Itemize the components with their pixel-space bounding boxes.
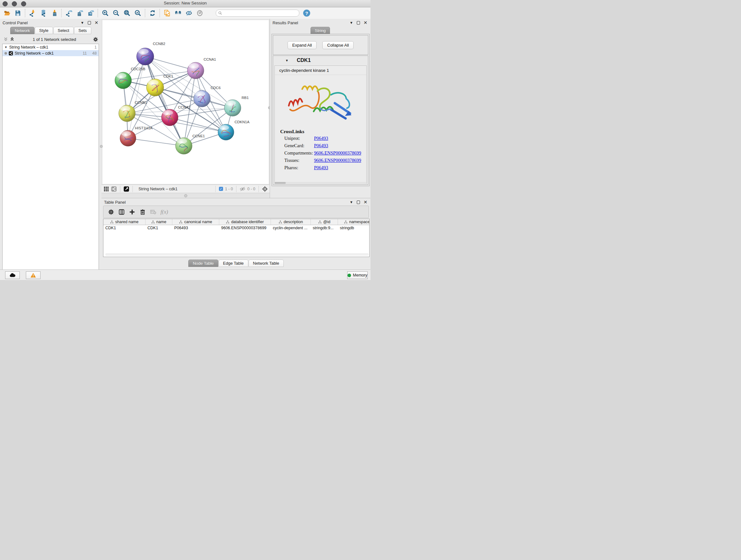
selected-checkbox[interactable]: ✓ <box>219 187 223 191</box>
warnings-button[interactable] <box>26 271 41 279</box>
expand-all-button[interactable]: Expand All <box>287 41 317 49</box>
cell[interactable]: stringdb <box>338 225 369 231</box>
expand-all-icon[interactable] <box>10 37 15 42</box>
zoom-selected-button[interactable] <box>134 9 142 17</box>
node-CCNB2[interactable]: CCNB2 <box>137 42 165 65</box>
cell[interactable]: CDK1 <box>104 225 145 231</box>
cell[interactable]: cyclin-dependent ... <box>271 225 311 231</box>
column-header-canonical-name[interactable]: canonical name <box>172 219 219 225</box>
tab-edge-table[interactable]: Edge Table <box>219 260 248 267</box>
horizontal-splitter[interactable] <box>102 193 270 198</box>
column-header-description[interactable]: description <box>271 219 311 225</box>
clone-network-icon <box>164 10 171 17</box>
node-CCNB1[interactable]: CCNB1 <box>119 101 147 122</box>
export-table-button[interactable] <box>76 9 84 17</box>
help-button[interactable]: ? <box>303 10 310 17</box>
close-panel-icon[interactable]: ✕ <box>363 20 368 25</box>
first-neighbors-button[interactable] <box>174 9 182 17</box>
delete-column-icon[interactable] <box>139 209 146 215</box>
maximize-panel-icon[interactable] <box>356 20 361 25</box>
table-horizontal-scrollbar[interactable] <box>105 253 368 256</box>
crosslink-link[interactable]: 9606.ENSP00000378699 <box>314 150 361 156</box>
network-name: String Network – cdk1 <box>15 51 77 56</box>
export-image-button[interactable] <box>87 9 94 17</box>
cell[interactable]: 9606.ENSP00000378699 <box>219 225 271 231</box>
edge-CCNB2-CCNE1[interactable] <box>145 57 184 146</box>
column-header--id[interactable]: @id <box>311 219 338 225</box>
node-result-card: ▼ CDK1 cyclin-dependent kinase 1 <box>273 56 368 185</box>
clone-network-button[interactable] <box>163 9 171 17</box>
column-header-shared-name[interactable]: shared name <box>104 219 145 225</box>
tab-network[interactable]: Network <box>10 27 35 34</box>
share-view-icon[interactable] <box>111 186 117 192</box>
tab-style[interactable]: Style <box>35 27 53 34</box>
crosslink-link[interactable]: P06493 <box>314 165 328 171</box>
network-row-selected[interactable]: String Network – cdk1 11 48 <box>3 50 98 56</box>
search-field[interactable] <box>216 10 299 17</box>
tab-string[interactable]: String <box>311 27 330 34</box>
birdseye-button[interactable] <box>196 9 204 17</box>
column-header-database-identifier[interactable]: database identifier <box>219 219 271 225</box>
tab-sets[interactable]: Sets <box>74 27 91 34</box>
column-type-icon <box>226 220 229 224</box>
column-header-namespace[interactable]: namespace <box>338 219 369 225</box>
table-toolbar: f(x) <box>103 206 369 218</box>
collapse-all-button[interactable]: Collapse All <box>322 41 354 49</box>
crosslink-link[interactable]: 9606.ENSP00000378699 <box>314 158 361 163</box>
node-CCNA1[interactable]: CCNA1 <box>187 57 216 79</box>
close-panel-icon[interactable]: ✕ <box>363 199 368 205</box>
column-header-name[interactable]: name <box>145 219 172 225</box>
birdseye-crosshair-icon[interactable] <box>262 186 268 192</box>
network-options-gear-icon[interactable] <box>93 37 98 42</box>
maximize-panel-icon[interactable] <box>356 199 361 205</box>
import-network-database-button[interactable] <box>40 9 47 17</box>
cloud-button[interactable] <box>5 271 20 279</box>
cell[interactable]: P06493 <box>172 225 219 231</box>
save-session-button[interactable] <box>14 9 22 17</box>
import-table-file-button[interactable] <box>51 9 58 17</box>
crosslink-link[interactable]: P06493 <box>314 136 328 141</box>
import-network-file-button[interactable] <box>29 9 37 17</box>
detach-view-icon[interactable] <box>124 186 129 192</box>
node-CDKN1A[interactable]: CDKN1A <box>218 120 250 140</box>
crosslink-row: Pharos:P06493 <box>280 165 366 171</box>
string-network-icon <box>9 51 13 56</box>
search-input[interactable] <box>224 10 297 16</box>
export-network-button[interactable] <box>65 9 73 17</box>
refresh-view-button[interactable] <box>149 9 156 17</box>
zoom-out-button[interactable] <box>112 9 120 17</box>
float-panel-icon[interactable]: ▼ <box>349 199 354 205</box>
collection-expander-icon[interactable]: ▼ <box>4 46 8 49</box>
node-CDK1[interactable]: CDK1 <box>146 74 173 96</box>
zoom-in-button[interactable] <box>102 9 109 17</box>
table-options-gear-icon[interactable] <box>108 209 114 215</box>
results-scrollbar[interactable] <box>274 182 366 184</box>
float-panel-icon[interactable]: ▼ <box>349 20 354 25</box>
cell[interactable]: CDK1 <box>145 225 172 231</box>
memory-label: Memory <box>353 273 367 277</box>
open-session-button[interactable] <box>3 9 11 17</box>
maximize-panel-icon[interactable] <box>87 20 92 25</box>
collapse-all-icon[interactable] <box>3 37 8 42</box>
close-panel-icon[interactable]: ✕ <box>94 20 99 25</box>
float-panel-icon[interactable]: ▼ <box>80 20 85 25</box>
network-canvas[interactable]: CCNB2CCNA1CDC25BCDK1CDC6RB1CCNB1CCNA2CDK… <box>103 20 269 184</box>
crosslink-link[interactable]: P06493 <box>314 143 328 148</box>
edge-HIST1H1A-CCNE1[interactable] <box>128 138 184 146</box>
tab-node-table[interactable]: Node Table <box>188 260 218 267</box>
table-row[interactable]: CDK1CDK1P064939606.ENSP00000378699cyclin… <box>104 225 369 231</box>
cell[interactable]: stringdb:9... <box>311 225 338 231</box>
left-splitter-handle[interactable] <box>100 145 103 148</box>
memory-button[interactable]: Memory <box>347 271 367 279</box>
tab-network-table[interactable]: Network Table <box>249 260 284 267</box>
card-expander-icon[interactable]: ▼ <box>285 59 288 62</box>
create-column-icon[interactable] <box>129 209 135 215</box>
grid-view-icon[interactable] <box>104 186 109 192</box>
node-RB1[interactable]: RB1 <box>224 96 249 116</box>
tab-select[interactable]: Select <box>53 27 74 34</box>
node-HIST1H1A[interactable]: HIST1H1A <box>120 126 152 146</box>
network-collection-row[interactable]: ▼ String Network – cdk1 1 <box>3 44 98 50</box>
show-column-icon[interactable] <box>118 209 125 215</box>
show-hide-button[interactable] <box>185 9 193 17</box>
zoom-fit-button[interactable] <box>123 9 131 17</box>
